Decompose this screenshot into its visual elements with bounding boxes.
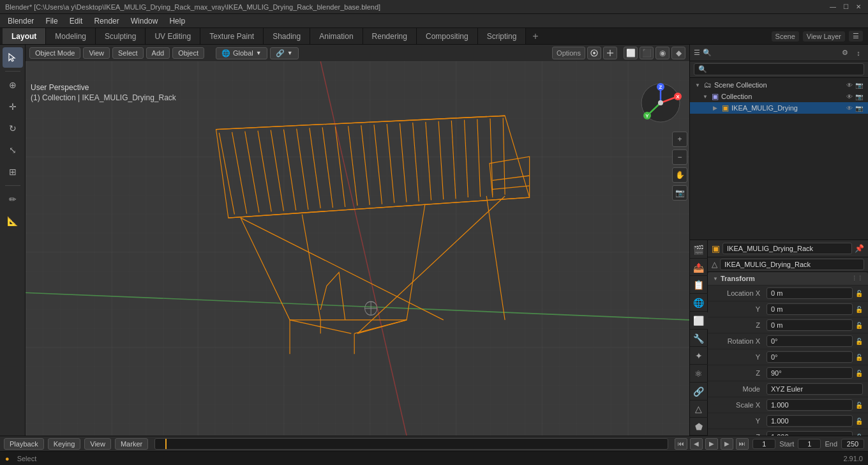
annotate-tool-button[interactable]: ✏ — [3, 189, 23, 210]
object-name-field[interactable]: IKEA_MULIG_Drying_Rack — [722, 243, 852, 254]
scale-y-field[interactable]: 1.000 — [767, 415, 853, 427]
timeline-track[interactable] — [154, 438, 668, 450]
world-props-icon[interactable]: 🌐 — [690, 294, 708, 312]
scale-z-lock[interactable]: 🔓 — [855, 434, 863, 436]
collection-render-vis[interactable]: 📷 — [855, 93, 863, 100]
menu-window[interactable]: Window — [126, 15, 163, 27]
options-button[interactable]: Options — [552, 47, 585, 59]
snap-selector[interactable]: 🔗 ▼ — [270, 47, 299, 59]
tab-rendering[interactable]: Rendering — [363, 28, 417, 44]
close-button[interactable]: ✕ — [854, 3, 863, 11]
end-frame-field[interactable]: 250 — [841, 439, 864, 449]
sync-icon[interactable]: ↕ — [853, 47, 864, 59]
rotation-y-field[interactable]: 0° — [767, 351, 853, 363]
tab-add-button[interactable]: + — [526, 28, 544, 44]
cursor-tool-button[interactable]: ⊕ — [3, 75, 23, 95]
playback-menu-button[interactable]: Playback — [4, 438, 44, 450]
obj-pin-icon[interactable]: 📌 — [855, 244, 864, 253]
rotation-mode-selector[interactable]: XYZ Euler — [767, 383, 863, 395]
location-z-field[interactable]: 0 m — [767, 319, 853, 331]
rotation-z-field[interactable]: 90° — [767, 367, 853, 379]
pan-button[interactable]: ✋ — [672, 167, 687, 183]
render-wire-icon[interactable]: ⬜ — [624, 47, 638, 59]
rotation-z-lock[interactable]: 🔓 — [855, 370, 863, 377]
jump-start-button[interactable]: ⏮ — [675, 438, 687, 450]
next-frame-button[interactable]: ▶ — [721, 438, 733, 450]
menu-file[interactable]: File — [40, 15, 63, 27]
current-frame-field[interactable]: 1 — [752, 439, 775, 449]
tab-texture-paint[interactable]: Texture Paint — [200, 28, 264, 44]
tab-compositing[interactable]: Compositing — [417, 28, 478, 44]
object-props-icon[interactable]: ⬜ — [690, 312, 708, 330]
object-menu-button[interactable]: Object — [172, 47, 204, 59]
select-menu-button[interactable]: Select — [112, 47, 144, 59]
transform-orientation-selector[interactable]: 🌐 Global ▼ — [216, 47, 267, 59]
visibility-eye[interactable]: 👁 — [846, 82, 853, 89]
constraints-props-icon[interactable]: 🔗 — [690, 383, 708, 400]
zoom-out-button[interactable]: − — [672, 149, 687, 165]
menu-render[interactable]: Render — [89, 15, 124, 27]
menu-help[interactable]: Help — [164, 15, 190, 27]
rotation-y-lock[interactable]: 🔓 — [855, 354, 863, 361]
marker-menu-button[interactable]: Marker — [115, 438, 148, 450]
transform-tool-button[interactable]: ⊞ — [3, 162, 23, 182]
tab-scripting[interactable]: Scripting — [478, 28, 527, 44]
filter-icon[interactable]: ⚙ — [839, 47, 851, 59]
view-menu-button[interactable]: View — [83, 47, 110, 59]
overlay-icon[interactable] — [587, 47, 601, 59]
play-button[interactable]: ▶ — [705, 438, 718, 450]
zoom-in-button[interactable]: + — [672, 132, 687, 147]
tab-sculpting[interactable]: Sculpting — [96, 28, 146, 44]
rotate-tool-button[interactable]: ↻ — [3, 118, 23, 139]
tree-collection[interactable]: ▣ Collection 👁 📷 — [690, 91, 868, 102]
render-solid-icon[interactable]: ⬛ — [640, 47, 654, 59]
location-y-field[interactable]: 0 m — [767, 303, 853, 315]
add-menu-button[interactable]: Add — [146, 47, 170, 59]
scale-tool-button[interactable]: ⤡ — [3, 140, 23, 160]
menu-edit[interactable]: Edit — [64, 15, 88, 27]
modifier-props-icon[interactable]: 🔧 — [690, 330, 708, 347]
gizmo-icon[interactable] — [603, 47, 617, 59]
particles-props-icon[interactable]: ✦ — [690, 347, 708, 365]
view-layer-selector[interactable]: View Layer — [803, 31, 845, 42]
location-z-lock[interactable]: 🔓 — [855, 322, 863, 329]
mode-selector[interactable]: Object Mode — [29, 47, 80, 59]
scene-props-icon[interactable]: 🎬 — [690, 241, 708, 259]
viewport[interactable]: Object Mode View Select Add Object 🌐 Glo… — [26, 45, 689, 436]
object-data-props-icon[interactable]: △ — [690, 401, 708, 418]
visibility-render[interactable]: 📷 — [855, 82, 863, 89]
maximize-button[interactable]: ☐ — [841, 3, 850, 11]
location-y-lock[interactable]: 🔓 — [855, 306, 863, 313]
transform-header[interactable]: Transform ⋮⋮ — [708, 272, 868, 285]
measure-tool-button[interactable]: 📐 — [3, 211, 23, 231]
render-material-icon[interactable]: ◉ — [655, 47, 670, 59]
tree-object[interactable]: ▶ ▣ IKEA_MULIG_Drying 👁 📷 — [690, 102, 868, 114]
location-x-field[interactable]: 0 m — [767, 287, 853, 299]
tab-layout[interactable]: Layout — [3, 28, 46, 44]
tab-animation[interactable]: Animation — [310, 28, 363, 44]
view-layer-props-icon[interactable]: 📋 — [690, 277, 708, 294]
object-visibility[interactable]: 👁 — [846, 105, 853, 112]
rotation-x-field[interactable]: 0° — [767, 335, 853, 347]
mesh-name-field[interactable]: IKEA_MULIG_Drying_Rack — [720, 259, 864, 270]
collection-visibility[interactable]: 👁 — [846, 93, 853, 100]
start-frame-field[interactable]: 1 — [798, 439, 821, 449]
scale-z-field[interactable]: 1.000 — [767, 431, 853, 436]
output-props-icon[interactable]: 📤 — [690, 259, 708, 277]
tab-shading[interactable]: Shading — [264, 28, 310, 44]
workspace-extra-btn[interactable]: ☰ — [849, 31, 863, 42]
tree-scene-collection[interactable]: 🗂 Scene Collection 👁 📷 — [690, 79, 868, 91]
scale-x-lock[interactable]: 🔓 — [855, 402, 863, 409]
physics-props-icon[interactable]: ⚛ — [690, 365, 708, 383]
jump-end-button[interactable]: ⏭ — [736, 438, 749, 450]
rotation-x-lock[interactable]: 🔓 — [855, 338, 863, 345]
scale-x-field[interactable]: 1.000 — [767, 399, 853, 411]
location-x-lock[interactable]: 🔓 — [855, 290, 863, 297]
scale-y-lock[interactable]: 🔓 — [855, 418, 863, 425]
camera-button[interactable]: 📷 — [672, 185, 687, 201]
viewport-canvas[interactable]: User Perspective (1) Collection | IKEA_M… — [26, 61, 689, 436]
menu-blender[interactable]: Blender — [3, 15, 39, 27]
render-rendered-icon[interactable]: ◆ — [671, 47, 685, 59]
keying-menu-button[interactable]: Keying — [48, 438, 81, 450]
minimize-button[interactable]: — — [828, 3, 837, 11]
